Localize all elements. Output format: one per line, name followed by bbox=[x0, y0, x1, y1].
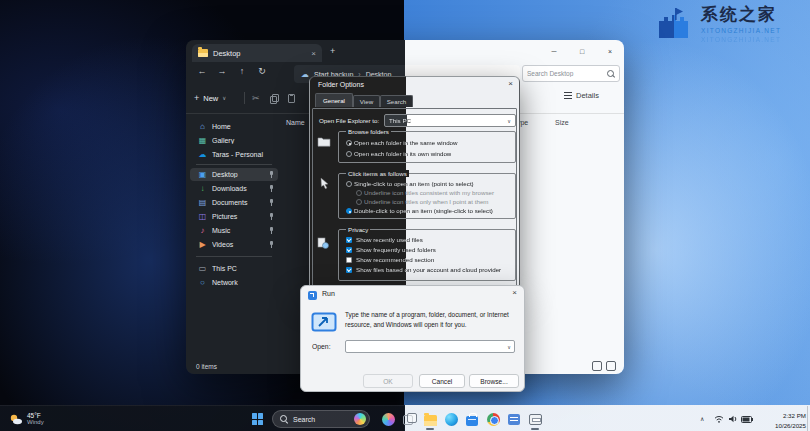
sidebar-item-downloads[interactable]: ↓ Downloads bbox=[190, 182, 278, 195]
refresh-icon[interactable]: ↻ bbox=[254, 66, 270, 76]
privacy-icon bbox=[317, 237, 329, 249]
checkbox-recent-files[interactable] bbox=[346, 237, 352, 243]
explorer-search bbox=[522, 65, 620, 82]
search-icon bbox=[280, 415, 288, 423]
forward-icon[interactable]: → bbox=[214, 66, 230, 76]
tab-general[interactable]: General bbox=[315, 93, 353, 107]
sidebar-item-pictures[interactable]: ◫ Pictures bbox=[190, 210, 278, 223]
sidebar-item-onedrive[interactable]: ☁ Taras - Personal bbox=[190, 148, 278, 161]
tab-close-icon[interactable]: × bbox=[311, 49, 316, 58]
tab-view[interactable]: View bbox=[353, 95, 380, 107]
site-subtitle: XITONGZHIJIA.NET bbox=[701, 27, 781, 34]
weather-icon bbox=[9, 413, 23, 425]
task-view-icon[interactable] bbox=[401, 411, 417, 427]
copy-icon[interactable] bbox=[270, 92, 278, 104]
run-open-input[interactable] bbox=[349, 343, 507, 350]
weather-widget[interactable]: 45°F Windy bbox=[4, 406, 49, 431]
downloads-icon: ↓ bbox=[198, 185, 207, 193]
desktop-icon: ▣ bbox=[198, 171, 207, 179]
site-watermark: 系统之家 XITONGZHIJIA.NET XITONGZHIJIA.NET bbox=[652, 6, 781, 43]
sidebar-item-documents[interactable]: ▤ Documents bbox=[190, 196, 278, 209]
column-name[interactable]: Name bbox=[286, 119, 305, 126]
sidebar-item-label: Home bbox=[212, 123, 278, 130]
option-own-window[interactable]: Open each folder in its own window bbox=[354, 150, 451, 157]
radio-single-click[interactable] bbox=[346, 181, 352, 187]
sidebar-divider bbox=[196, 164, 272, 165]
volume-icon[interactable] bbox=[728, 415, 738, 423]
option-recent-files[interactable]: Show recently used files bbox=[356, 236, 423, 243]
chevron-down-icon: ∨ bbox=[222, 95, 226, 101]
dialog-title: Folder Options bbox=[318, 81, 364, 88]
start-button[interactable] bbox=[252, 413, 264, 425]
up-icon[interactable]: ↑ bbox=[234, 66, 250, 76]
run-app-icon[interactable] bbox=[527, 411, 543, 427]
window-controls: ─ □ × bbox=[540, 40, 624, 62]
pictures-icon: ◫ bbox=[198, 213, 207, 221]
sidebar-item-home[interactable]: ⌂ Home bbox=[190, 120, 278, 133]
onedrive-cloud-icon: ☁ bbox=[301, 70, 309, 79]
run-icon bbox=[311, 312, 337, 332]
status-items-count: 0 items bbox=[196, 363, 217, 370]
option-single-click[interactable]: Single-click to open an item (point to s… bbox=[354, 180, 474, 187]
option-double-click[interactable]: Double-click to open an item (single-cli… bbox=[354, 207, 493, 214]
sidebar-item-videos[interactable]: ▶ Videos bbox=[190, 238, 278, 251]
close-icon[interactable]: × bbox=[508, 79, 513, 88]
new-button[interactable]: + New ∨ bbox=[194, 90, 226, 106]
copilot-icon[interactable] bbox=[380, 411, 396, 427]
checkbox-frequent-folders[interactable] bbox=[346, 247, 352, 253]
details-view-toggle-icon[interactable] bbox=[592, 361, 602, 371]
chrome-icon[interactable] bbox=[485, 411, 501, 427]
details-button[interactable]: Details bbox=[564, 91, 599, 100]
store-icon[interactable] bbox=[464, 411, 480, 427]
radio-same-window[interactable] bbox=[346, 140, 352, 146]
close-button[interactable]: × bbox=[596, 40, 624, 62]
back-icon[interactable]: ← bbox=[194, 66, 210, 76]
option-recommended[interactable]: Show recommended section bbox=[356, 256, 434, 263]
minimize-button[interactable]: ─ bbox=[540, 40, 568, 62]
option-cloud-files[interactable]: Show files based on your account and clo… bbox=[356, 266, 501, 273]
videos-icon: ▶ bbox=[198, 241, 207, 249]
clock-date: 10/26/2025 bbox=[762, 421, 806, 431]
open-to-dropdown[interactable]: This PC ∨ bbox=[384, 114, 516, 127]
toolbar-separator bbox=[244, 92, 245, 104]
ok-button[interactable]: OK bbox=[363, 374, 413, 388]
sidebar-item-label: Downloads bbox=[212, 185, 263, 192]
sidebar-item-music[interactable]: ♪ Music bbox=[190, 224, 278, 237]
run-description: Type the name of a program, folder, docu… bbox=[345, 310, 519, 329]
pinned-app-icon[interactable] bbox=[506, 411, 522, 427]
taskbar-search[interactable]: Search bbox=[272, 410, 370, 428]
sidebar-item-desktop[interactable]: ▣ Desktop bbox=[190, 168, 278, 181]
taskbar-clock[interactable]: 2:32 PM 10/26/2025 bbox=[762, 411, 806, 430]
checkbox-recommended[interactable] bbox=[346, 257, 352, 263]
checkbox-cloud-files[interactable] bbox=[346, 267, 352, 273]
file-explorer-icon[interactable] bbox=[422, 411, 438, 427]
wifi-icon[interactable] bbox=[714, 415, 724, 423]
browse-button[interactable]: Browse... bbox=[469, 374, 519, 388]
tray-overflow-icon[interactable]: ∧ bbox=[700, 415, 704, 422]
option-frequent-folders[interactable]: Show frequently used folders bbox=[356, 246, 436, 253]
explorer-tab[interactable]: Desktop × bbox=[192, 44, 322, 62]
pin-icon bbox=[268, 185, 275, 193]
radio-own-window[interactable] bbox=[346, 151, 352, 157]
sidebar-item-network[interactable]: ○ Network bbox=[190, 276, 278, 289]
cut-icon[interactable]: ✂ bbox=[252, 92, 260, 104]
radio-double-click[interactable] bbox=[346, 208, 352, 214]
battery-icon[interactable] bbox=[741, 416, 753, 423]
sidebar-item-this-pc[interactable]: ▭ This PC bbox=[190, 262, 278, 275]
search-input[interactable] bbox=[527, 70, 604, 77]
close-icon[interactable]: × bbox=[512, 288, 517, 297]
column-size[interactable]: Size bbox=[555, 119, 569, 126]
sidebar-item-gallery[interactable]: ▦ Gallery bbox=[190, 134, 278, 147]
cancel-button[interactable]: Cancel bbox=[419, 374, 465, 388]
sidebar-item-label: This PC bbox=[212, 265, 278, 272]
maximize-button[interactable]: □ bbox=[568, 40, 596, 62]
large-icons-view-toggle-icon[interactable] bbox=[606, 361, 616, 371]
tab-search[interactable]: Search bbox=[380, 95, 413, 107]
paste-icon[interactable] bbox=[288, 92, 295, 104]
option-same-window[interactable]: Open each folder in the same window bbox=[354, 139, 458, 146]
edge-icon[interactable] bbox=[443, 411, 459, 427]
open-label: Open: bbox=[312, 343, 331, 350]
pin-icon bbox=[268, 227, 275, 235]
browse-folders-label: Browse folders bbox=[346, 128, 391, 135]
new-tab-button[interactable]: + bbox=[330, 46, 335, 56]
